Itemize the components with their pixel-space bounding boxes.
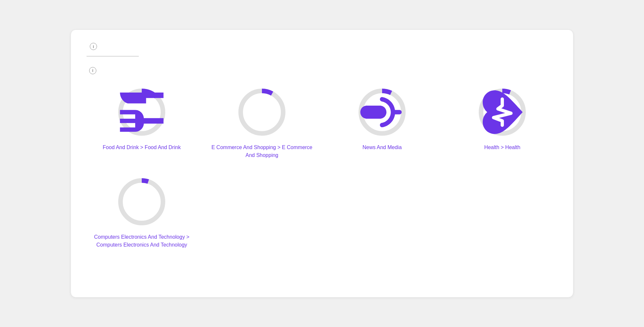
- donut-food-and-drink: [116, 86, 168, 138]
- categories-row-2: Computers Electronics And Technology > C…: [87, 176, 557, 249]
- category-item-food-and-drink: Food And Drink > Food And Drink: [87, 86, 197, 159]
- fork-knife-icon: [116, 86, 168, 138]
- category-label-food-and-drink: Food And Drink > Food And Drink: [103, 144, 181, 151]
- category-item-computers: Computers Electronics And Technology > C…: [87, 176, 197, 249]
- category-item-news-and-media: News And Media: [327, 86, 437, 159]
- categories-section-title: i: [87, 67, 557, 74]
- donut-e-commerce: [236, 86, 288, 138]
- category-label-news-and-media: News And Media: [362, 144, 402, 151]
- card-title-row: i: [87, 43, 557, 50]
- microphone-icon: [356, 86, 408, 138]
- categories-info-icon[interactable]: i: [89, 67, 96, 74]
- title-info-icon[interactable]: i: [90, 43, 97, 50]
- category-item-health: Health > Health: [447, 86, 557, 159]
- donut-news-and-media: [356, 86, 408, 138]
- category-item-e-commerce: E Commerce And Shopping > E Commerce And…: [207, 86, 317, 159]
- title-divider: [87, 56, 139, 57]
- svg-point-2: [241, 91, 283, 133]
- audience-interests-card: i i Food And Drink > Food And DrinkE Com…: [71, 29, 573, 298]
- heart-pulse-icon: [476, 86, 528, 138]
- svg-point-8: [121, 181, 163, 223]
- category-label-e-commerce: E Commerce And Shopping > E Commerce And…: [207, 144, 317, 159]
- category-label-computers: Computers Electronics And Technology > C…: [87, 233, 197, 249]
- donut-health: [476, 86, 528, 138]
- categories-grid: Food And Drink > Food And DrinkE Commerc…: [87, 86, 557, 249]
- category-label-health: Health > Health: [484, 144, 521, 151]
- donut-computers: [116, 176, 168, 228]
